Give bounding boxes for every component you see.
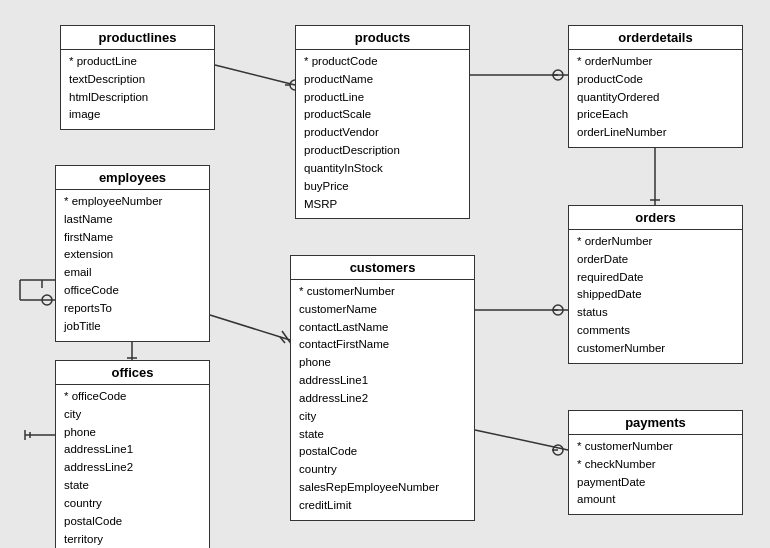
entity-orders-fields: orderNumberorderDaterequiredDateshippedD… [569, 230, 742, 363]
entity-productlines: productlinesproductLinetextDescriptionht… [60, 25, 215, 130]
field-comments: comments [577, 322, 734, 340]
field-orderLineNumber: orderLineNumber [577, 124, 734, 142]
entity-products: productsproductCodeproductNameproductLin… [295, 25, 470, 219]
entity-products-fields: productCodeproductNameproductLineproduct… [296, 50, 469, 218]
field-status: status [577, 304, 734, 322]
svg-point-6 [553, 70, 563, 80]
field-email: email [64, 264, 201, 282]
field-productVendor: productVendor [304, 124, 461, 142]
entity-customers-title: customers [291, 256, 474, 280]
entity-employees-fields: employeeNumberlastNamefirstNameextension… [56, 190, 209, 341]
field-htmlDescription: htmlDescription [69, 89, 206, 107]
field-orderNumber: orderNumber [577, 233, 734, 251]
entity-orders: ordersorderNumberorderDaterequiredDatesh… [568, 205, 743, 364]
field-country: country [64, 495, 201, 513]
field-checkNumber: checkNumber [577, 456, 734, 474]
entity-orderdetails: orderdetailsorderNumberproductCodequanti… [568, 25, 743, 148]
field-productLine: productLine [304, 89, 461, 107]
entity-orders-title: orders [569, 206, 742, 230]
field-addressLine2: addressLine2 [64, 459, 201, 477]
field-employeeNumber: employeeNumber [64, 193, 201, 211]
field-productDescription: productDescription [304, 142, 461, 160]
field-shippedDate: shippedDate [577, 286, 734, 304]
entity-offices-title: offices [56, 361, 209, 385]
svg-line-29 [475, 430, 568, 450]
field-customerName: customerName [299, 301, 466, 319]
field-customerNumber: customerNumber [299, 283, 466, 301]
erd-diagram: productlinesproductLinetextDescriptionht… [0, 0, 770, 548]
field-country: country [299, 461, 466, 479]
field-state: state [64, 477, 201, 495]
entity-orderdetails-title: orderdetails [569, 26, 742, 50]
field-phone: phone [299, 354, 466, 372]
field-MSRP: MSRP [304, 196, 461, 214]
field-productCode: productCode [304, 53, 461, 71]
field-image: image [69, 106, 206, 124]
field-productLine: productLine [69, 53, 206, 71]
entity-customers-fields: customerNumbercustomerNamecontactLastNam… [291, 280, 474, 520]
field-phone: phone [64, 424, 201, 442]
field-officeCode: officeCode [64, 282, 201, 300]
entity-payments: paymentscustomerNumbercheckNumberpayment… [568, 410, 743, 515]
entity-employees-title: employees [56, 166, 209, 190]
svg-line-12 [210, 315, 290, 340]
field-paymentDate: paymentDate [577, 474, 734, 492]
field-customerNumber: customerNumber [577, 438, 734, 456]
field-postalCode: postalCode [299, 443, 466, 461]
field-lastName: lastName [64, 211, 201, 229]
field-addressLine1: addressLine1 [64, 441, 201, 459]
svg-line-14 [280, 337, 285, 343]
svg-line-0 [215, 65, 295, 85]
field-reportsTo: reportsTo [64, 300, 201, 318]
svg-point-19 [42, 295, 52, 305]
field-textDescription: textDescription [69, 71, 206, 89]
field-state: state [299, 426, 466, 444]
entity-offices: officesofficeCodecityphoneaddressLine1ad… [55, 360, 210, 548]
entity-payments-fields: customerNumbercheckNumberpaymentDateamou… [569, 435, 742, 514]
field-extension: extension [64, 246, 201, 264]
entity-productlines-fields: productLinetextDescriptionhtmlDescriptio… [61, 50, 214, 129]
entity-customers: customerscustomerNumbercustomerNameconta… [290, 255, 475, 521]
field-city: city [64, 406, 201, 424]
field-orderNumber: orderNumber [577, 53, 734, 71]
field-firstName: firstName [64, 229, 201, 247]
field-addressLine1: addressLine1 [299, 372, 466, 390]
field-amount: amount [577, 491, 734, 509]
entity-offices-fields: officeCodecityphoneaddressLine1addressLi… [56, 385, 209, 548]
field-buyPrice: buyPrice [304, 178, 461, 196]
field-territory: territory [64, 531, 201, 549]
field-productCode: productCode [577, 71, 734, 89]
field-customerNumber: customerNumber [577, 340, 734, 358]
entity-orderdetails-fields: orderNumberproductCodequantityOrderedpri… [569, 50, 742, 147]
field-requiredDate: requiredDate [577, 269, 734, 287]
field-quantityOrdered: quantityOrdered [577, 89, 734, 107]
field-addressLine2: addressLine2 [299, 390, 466, 408]
svg-point-31 [553, 445, 563, 455]
entity-products-title: products [296, 26, 469, 50]
field-postalCode: postalCode [64, 513, 201, 531]
field-contactLastName: contactLastName [299, 319, 466, 337]
field-creditLimit: creditLimit [299, 497, 466, 515]
field-jobTitle: jobTitle [64, 318, 201, 336]
field-orderDate: orderDate [577, 251, 734, 269]
field-salesRepEmployeeNumber: salesRepEmployeeNumber [299, 479, 466, 497]
field-city: city [299, 408, 466, 426]
field-productName: productName [304, 71, 461, 89]
svg-point-27 [553, 305, 563, 315]
field-contactFirstName: contactFirstName [299, 336, 466, 354]
field-quantityInStock: quantityInStock [304, 160, 461, 178]
entity-productlines-title: productlines [61, 26, 214, 50]
field-priceEach: priceEach [577, 106, 734, 124]
field-productScale: productScale [304, 106, 461, 124]
field-officeCode: officeCode [64, 388, 201, 406]
entity-payments-title: payments [569, 411, 742, 435]
entity-employees: employeesemployeeNumberlastNamefirstName… [55, 165, 210, 342]
